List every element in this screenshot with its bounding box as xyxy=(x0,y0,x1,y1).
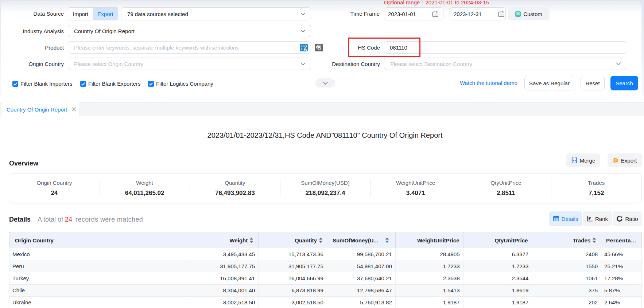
svg-text:A: A xyxy=(304,46,307,52)
